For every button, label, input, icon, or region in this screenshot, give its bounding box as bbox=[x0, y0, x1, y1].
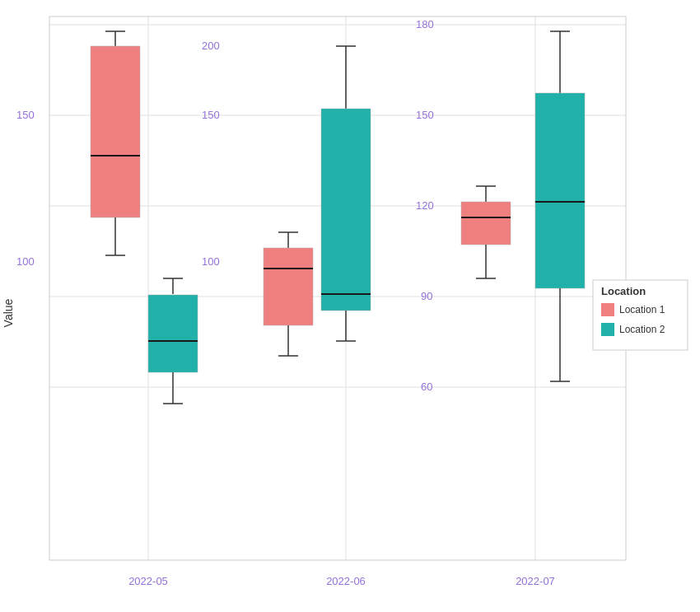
box-2022-07-loc1 bbox=[461, 202, 511, 245]
legend-label-loc1: Location 1 bbox=[619, 304, 665, 315]
y-tick-120: 120 bbox=[416, 199, 434, 212]
legend-title: Location bbox=[601, 285, 646, 297]
y-left-100: 100 bbox=[16, 255, 35, 268]
x-label-2022-07: 2022-07 bbox=[516, 575, 555, 587]
y-mid-100: 100 bbox=[202, 255, 220, 268]
y-tick-150: 150 bbox=[416, 109, 434, 121]
chart-container: 180 150 120 90 60 150 100 200 150 100 Va… bbox=[0, 0, 700, 612]
y-axis-label: Value bbox=[2, 298, 15, 327]
box-2022-05-loc2 bbox=[148, 295, 198, 372]
legend-color-loc2 bbox=[601, 323, 614, 336]
x-label-2022-05: 2022-05 bbox=[128, 575, 168, 587]
box-2022-07-loc2 bbox=[535, 93, 585, 288]
y-tick-180: 180 bbox=[416, 18, 434, 30]
x-label-2022-06: 2022-06 bbox=[326, 575, 366, 587]
box-2022-05-loc1 bbox=[91, 46, 140, 217]
box-2022-06-loc1 bbox=[264, 248, 313, 325]
y-mid-150: 150 bbox=[202, 109, 220, 121]
legend-label-loc2: Location 2 bbox=[619, 324, 665, 335]
y-tick-60: 60 bbox=[421, 381, 432, 393]
legend-color-loc1 bbox=[601, 303, 614, 316]
y-left-150: 150 bbox=[16, 109, 35, 121]
y-left-200: 200 bbox=[202, 40, 220, 52]
y-tick-90: 90 bbox=[421, 290, 432, 302]
box-2022-06-loc2 bbox=[321, 109, 371, 311]
